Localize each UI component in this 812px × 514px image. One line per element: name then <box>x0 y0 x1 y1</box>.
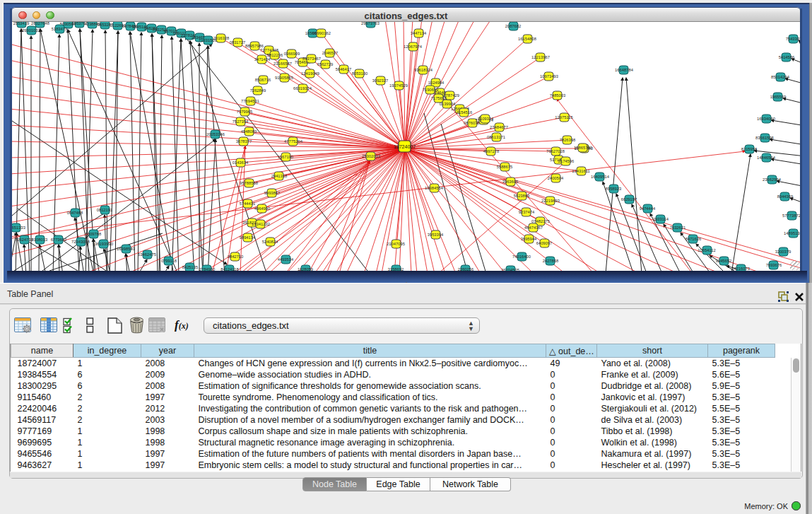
svg-text:2400504: 2400504 <box>548 176 564 180</box>
svg-text:84124118: 84124118 <box>220 267 238 271</box>
svg-text:3695944: 3695944 <box>521 237 537 241</box>
svg-text:23662994: 23662994 <box>763 177 782 182</box>
svg-text:2174596: 2174596 <box>558 159 575 163</box>
svg-text:53462475: 53462475 <box>138 252 156 257</box>
svg-text:7632621: 7632621 <box>670 226 686 230</box>
svg-text:1128059: 1128059 <box>298 267 313 271</box>
svg-text:6409097: 6409097 <box>536 241 553 245</box>
svg-text:3953394: 3953394 <box>428 233 444 237</box>
svg-text:7543303: 7543303 <box>786 37 800 41</box>
svg-text:91905865: 91905865 <box>275 76 293 80</box>
svg-text:27484677: 27484677 <box>490 125 508 129</box>
svg-text:9237474: 9237474 <box>519 210 535 214</box>
svg-text:3092327: 3092327 <box>372 78 389 83</box>
svg-text:9894134: 9894134 <box>240 235 256 240</box>
svg-text:7379965: 7379965 <box>237 110 253 114</box>
svg-text:6629197: 6629197 <box>621 197 637 201</box>
svg-text:2784980: 2784980 <box>199 267 216 271</box>
svg-text:3158692: 3158692 <box>388 267 404 271</box>
svg-text:10651333: 10651333 <box>12 226 25 230</box>
svg-text:14895134: 14895134 <box>784 231 800 235</box>
svg-text:06990162: 06990162 <box>312 31 331 35</box>
svg-text:2933114: 2933114 <box>653 217 669 221</box>
svg-text:57773872: 57773872 <box>782 214 800 218</box>
svg-text:95788568: 95788568 <box>240 181 258 185</box>
svg-text:5812236: 5812236 <box>267 53 283 57</box>
svg-text:16409514: 16409514 <box>591 175 610 179</box>
svg-text:8053100: 8053100 <box>352 71 368 76</box>
svg-text:2427868: 2427868 <box>543 259 559 263</box>
svg-text:0831727: 0831727 <box>230 40 246 45</box>
svg-text:0842710: 0842710 <box>228 255 244 259</box>
svg-text:16998543: 16998543 <box>117 247 135 251</box>
svg-text:12975115: 12975115 <box>555 115 572 119</box>
svg-text:7527354: 7527354 <box>233 119 249 124</box>
svg-text:12213967: 12213967 <box>531 55 550 59</box>
svg-text:12067974: 12067974 <box>404 45 423 49</box>
svg-text:77694531: 77694531 <box>241 99 259 103</box>
svg-text:26204505: 26204505 <box>501 268 519 271</box>
svg-text:2260256: 2260256 <box>458 267 474 271</box>
svg-text:8506716: 8506716 <box>255 78 271 82</box>
svg-text:22219693: 22219693 <box>541 199 560 203</box>
svg-text:47775204: 47775204 <box>284 139 303 144</box>
svg-text:0647468: 0647468 <box>67 211 83 215</box>
svg-text:28327648: 28327648 <box>31 22 49 25</box>
svg-text:0366909: 0366909 <box>284 52 300 56</box>
svg-text:0799118: 0799118 <box>161 259 177 263</box>
svg-text:5240824: 5240824 <box>262 240 278 244</box>
svg-text:16648784: 16648784 <box>615 68 634 72</box>
svg-text:0143634: 0143634 <box>233 160 249 165</box>
svg-text:4948083: 4948083 <box>241 129 257 134</box>
svg-text:8958923: 8958923 <box>606 187 622 191</box>
svg-text:4493534: 4493534 <box>278 257 294 262</box>
svg-text:72624731: 72624731 <box>15 238 33 242</box>
svg-text:5744431: 5744431 <box>240 201 256 206</box>
svg-text:7154516: 7154516 <box>457 110 473 115</box>
svg-text:93618324: 93618324 <box>414 68 433 72</box>
svg-text:8425135: 8425135 <box>182 265 199 269</box>
svg-text:6773602: 6773602 <box>51 238 67 242</box>
svg-text:89373467: 89373467 <box>302 57 321 61</box>
svg-text:34216073: 34216073 <box>731 267 750 271</box>
svg-text:16934060: 16934060 <box>757 117 775 121</box>
svg-text:85014294: 85014294 <box>771 75 790 79</box>
svg-text:3678377: 3678377 <box>236 139 252 144</box>
svg-text:5414586: 5414586 <box>779 55 795 59</box>
svg-text:2941318: 2941318 <box>271 174 288 178</box>
svg-text:13341232: 13341232 <box>252 222 270 226</box>
svg-text:1965569: 1965569 <box>770 95 787 99</box>
svg-text:3447134: 3447134 <box>411 31 427 35</box>
svg-text:2016328: 2016328 <box>213 36 230 40</box>
svg-text:1167190: 1167190 <box>278 155 293 159</box>
svg-text:4964990: 4964990 <box>254 206 271 211</box>
svg-text:7485003: 7485003 <box>550 93 566 98</box>
svg-text:72343098: 72343098 <box>71 240 90 244</box>
svg-text:2087682: 2087682 <box>505 24 522 28</box>
svg-text:3963605: 3963605 <box>502 180 519 184</box>
svg-text:76627028: 76627028 <box>546 149 565 153</box>
svg-text:39301031: 39301031 <box>22 28 40 33</box>
svg-text:07482175: 07482175 <box>531 219 550 223</box>
svg-text:6562729: 6562729 <box>317 62 334 66</box>
svg-text:9993867: 9993867 <box>264 191 281 195</box>
svg-text:5588675: 5588675 <box>497 165 513 169</box>
svg-text:8215958: 8215958 <box>741 147 758 151</box>
svg-text:7693676: 7693676 <box>766 263 782 267</box>
svg-text:1024994: 1024994 <box>428 81 445 85</box>
svg-text:7175655: 7175655 <box>431 96 447 100</box>
svg-text:9245652: 9245652 <box>716 259 732 263</box>
svg-text:15865780: 15865780 <box>574 146 592 150</box>
svg-text:13431611: 13431611 <box>572 169 589 173</box>
svg-text:7109324: 7109324 <box>478 117 494 121</box>
svg-text:8108013: 8108013 <box>32 238 48 242</box>
svg-text:19384554: 19384554 <box>425 186 444 190</box>
svg-text:7190659: 7190659 <box>423 88 439 92</box>
svg-text:83561595: 83561595 <box>755 136 774 140</box>
svg-text:10654112: 10654112 <box>698 248 715 252</box>
svg-text:19374529: 19374529 <box>389 83 408 88</box>
svg-text:20053346: 20053346 <box>206 132 225 136</box>
svg-text:66319314: 66319314 <box>293 86 312 90</box>
svg-text:2046537: 2046537 <box>322 51 339 55</box>
svg-text:5009788: 5009788 <box>86 232 102 236</box>
